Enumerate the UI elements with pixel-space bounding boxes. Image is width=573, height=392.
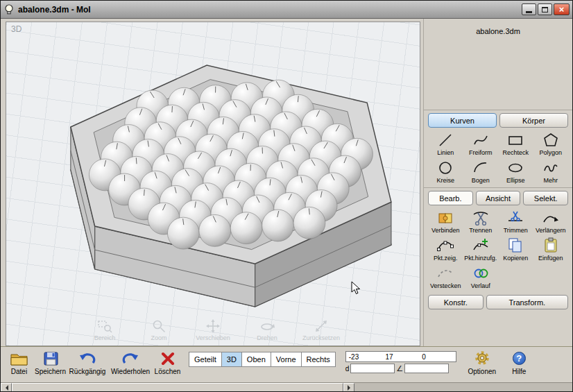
tool-freiform[interactable]: Freiform — [463, 130, 499, 156]
blend-icon — [472, 264, 490, 282]
tool-pkt-hinzufg[interactable]: Pkt.hinzufg. — [463, 236, 499, 262]
app-logo-bulb-icon — [3, 3, 15, 16]
trim-icon — [506, 208, 524, 227]
nav-pan[interactable]: Verschieben — [191, 318, 234, 341]
view-rechts-button[interactable]: Rechts — [301, 352, 336, 367]
edit-tools-grid: Verbinden Trennen — [428, 208, 568, 289]
toolbar-label: Wiederholen — [111, 368, 150, 375]
help-button[interactable]: ? Hilfe — [504, 349, 535, 375]
nav-label: Drehen — [257, 334, 277, 341]
tool-verlaengern[interactable]: Verlängern — [533, 208, 569, 234]
view-oben-button[interactable]: Oben — [241, 352, 271, 367]
toolbar-label: Rückgängig — [69, 368, 106, 375]
maximize-button[interactable] — [538, 3, 552, 15]
distance-angle-row: d ∠ — [345, 364, 456, 373]
tool-kopieren[interactable]: Kopieren — [498, 236, 533, 262]
tool-label: Verlauf — [471, 282, 490, 289]
tool-ellipse[interactable]: Ellipse — [498, 158, 533, 184]
view-vorne-button[interactable]: Vorne — [271, 352, 302, 367]
paste-icon — [542, 236, 560, 255]
tool-trennen[interactable]: Trennen — [463, 208, 499, 234]
konstr-button[interactable]: Konstr. — [428, 295, 484, 309]
options-button[interactable]: Optionen — [461, 349, 504, 375]
tool-einfuegen[interactable]: Einfügen — [533, 236, 569, 262]
tool-label: Pkt.hinzufg. — [464, 255, 497, 262]
coord-y: 17 — [382, 353, 419, 361]
scroll-right-button[interactable] — [343, 383, 354, 392]
tool-label: Trimmen — [504, 227, 528, 234]
polygon-icon — [542, 130, 560, 149]
tool-trimmen[interactable]: Trimmen — [498, 208, 533, 234]
tool-verlauf[interactable]: Verlauf — [463, 264, 499, 289]
close-icon: × — [559, 5, 565, 14]
distance-label: d — [345, 365, 350, 373]
tool-polygon[interactable]: Polygon — [533, 130, 569, 156]
tool-label: Verstecken — [430, 282, 461, 289]
circle-icon — [436, 158, 454, 177]
tool-mehr[interactable]: Mehr — [533, 158, 569, 184]
transform-button[interactable]: Transform. — [486, 295, 568, 309]
view-tab-group: Geteilt 3D Oben Vorne Rechts — [189, 352, 336, 367]
tool-pkt-zeig[interactable]: Pkt.zeig. — [428, 236, 463, 262]
tool-rechteck[interactable]: Rechteck — [498, 130, 533, 156]
tool-linien[interactable]: Linien — [428, 130, 463, 156]
nav-reset[interactable]: Zurücksetzen — [300, 318, 343, 341]
help-icon: ? — [513, 352, 526, 365]
tool-label: Linien — [437, 149, 454, 156]
curve-tools-grid: Linien Freiform Rechteck Polygon — [428, 130, 568, 184]
tool-label: Mehr — [543, 177, 558, 184]
nav-label: Verschieben — [196, 334, 230, 341]
delete-button[interactable]: Löschen — [152, 349, 183, 375]
titlebar[interactable]: abalone.3dm - MoI × — [1, 1, 572, 19]
redo-button[interactable]: Wiederholen — [109, 349, 152, 375]
tool-kreise[interactable]: Kreise — [428, 158, 463, 184]
angle-icon: ∠ — [396, 364, 403, 373]
file-button[interactable]: Datei — [3, 349, 35, 375]
sidebar-footer-buttons: Konstr. Transform. — [428, 295, 568, 309]
extend-icon — [542, 208, 560, 227]
rotate-icon — [259, 318, 275, 334]
command-options-area — [428, 38, 568, 108]
view-3d-button[interactable]: 3D — [221, 352, 242, 367]
scroll-left-button[interactable] — [1, 383, 12, 392]
copy-icon — [506, 236, 524, 255]
sidebar: abalone.3dm Kurven Körper Linien Freifor… — [423, 19, 572, 346]
tool-label: Rechteck — [502, 149, 529, 156]
xyz-display[interactable]: -23 17 0 — [345, 351, 456, 362]
angle-input[interactable] — [404, 364, 449, 373]
nav-zoom[interactable]: Zoom — [137, 318, 180, 341]
distance-input[interactable] — [350, 364, 395, 373]
viewport-3d[interactable]: 3D Bereich — [6, 22, 420, 346]
tab-selekt[interactable]: Selekt. — [523, 191, 568, 205]
tab-ansicht[interactable]: Ansicht — [476, 191, 521, 205]
rectangle-icon — [506, 130, 524, 149]
abalone-board-model[interactable] — [6, 22, 420, 346]
toolbar-label: Hilfe — [512, 368, 526, 375]
tab-bearb[interactable]: Bearb. — [428, 191, 473, 205]
nav-rotate[interactable]: Drehen — [246, 318, 289, 341]
viewport-label[interactable]: 3D — [11, 24, 22, 34]
mouse-cursor — [351, 281, 361, 295]
undo-button[interactable]: Rückgängig — [66, 349, 109, 375]
tool-verstecken[interactable]: Verstecken — [428, 264, 463, 289]
tool-label: Verlängern — [536, 227, 566, 234]
view-geteilt-button[interactable]: Geteilt — [189, 352, 222, 367]
tool-label: Trennen — [469, 227, 492, 234]
scrollbar-track[interactable] — [354, 383, 572, 392]
tool-bogen[interactable]: Bogen — [463, 158, 499, 184]
nav-zoom-area[interactable]: Bereich — [83, 318, 126, 341]
join-icon — [436, 208, 454, 227]
close-button[interactable]: × — [554, 3, 570, 15]
current-filename: abalone.3dm — [428, 22, 568, 38]
tool-verbinden[interactable]: Verbinden — [428, 208, 463, 234]
minimize-button[interactable] — [522, 3, 536, 15]
tab-kurven[interactable]: Kurven — [428, 113, 497, 128]
zoom-icon — [151, 318, 166, 334]
tab-koerper[interactable]: Körper — [499, 113, 568, 128]
scrollbar-thumb[interactable] — [12, 383, 343, 392]
save-button[interactable]: Speichern — [35, 349, 66, 375]
separate-icon — [472, 208, 490, 227]
coord-x: -23 — [346, 353, 383, 361]
window-title: abalone.3dm - MoI — [18, 5, 518, 15]
add-point-icon — [472, 236, 490, 255]
